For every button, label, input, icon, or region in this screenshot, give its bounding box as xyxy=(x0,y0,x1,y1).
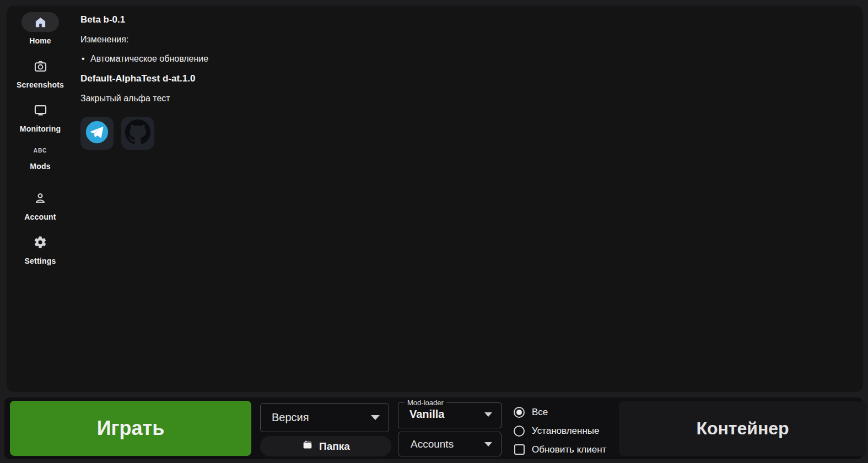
checkbox-update-client[interactable]: Обновить клиент xyxy=(514,444,606,455)
modloader-label: Mod-loader xyxy=(405,399,446,407)
home-icon-pill xyxy=(21,12,59,32)
version-dropdown-value: Версия xyxy=(272,411,309,424)
radio-installed-control[interactable] xyxy=(514,426,525,437)
sidebar-item-account[interactable]: Account xyxy=(7,188,74,225)
radio-installed[interactable]: Установленные xyxy=(514,425,606,437)
changelog: Beta b-0.1 Изменения: Автоматическое обн… xyxy=(80,14,632,150)
changelog-entry-title: Beta b-0.1 xyxy=(80,14,632,25)
sidebar-item-label: Screenshots xyxy=(17,80,64,89)
version-dropdown[interactable]: Версия xyxy=(260,403,389,432)
folder-icon xyxy=(301,439,314,454)
home-icon xyxy=(34,16,47,29)
camera-icon xyxy=(33,59,48,74)
bottom-bar: Играть Версия Папка Mod-loader Vanilla A… xyxy=(4,397,863,459)
radio-all[interactable]: Все xyxy=(514,406,606,418)
main-panel: Home Screenshots xyxy=(7,6,863,392)
social-buttons xyxy=(80,117,632,150)
radio-all-label: Все xyxy=(532,407,548,418)
sidebar: Home Screenshots xyxy=(7,6,74,392)
radio-all-control[interactable] xyxy=(514,407,525,418)
sidebar-item-screenshots[interactable]: Screenshots xyxy=(7,56,74,92)
accounts-dropdown[interactable]: Accounts xyxy=(398,432,502,456)
folder-button[interactable]: Папка xyxy=(260,436,391,456)
monitor-icon xyxy=(33,103,48,118)
telegram-icon xyxy=(85,120,109,146)
sidebar-item-settings[interactable]: Settings xyxy=(7,232,74,269)
sidebar-item-home[interactable]: Home xyxy=(7,12,74,48)
radio-installed-label: Установленные xyxy=(532,426,600,437)
chevron-down-icon xyxy=(484,412,492,417)
sidebar-item-label: Mods xyxy=(30,162,50,171)
chevron-down-icon xyxy=(484,442,492,446)
github-icon xyxy=(125,119,150,147)
container-button[interactable]: Контейнер xyxy=(619,401,866,456)
accounts-dropdown-value: Accounts xyxy=(411,438,454,450)
changelog-intro: Изменения: xyxy=(80,35,632,45)
sidebar-item-label: Settings xyxy=(25,257,56,265)
changelog-bullet: Автоматическое обновление xyxy=(80,54,632,64)
person-icon xyxy=(33,191,47,205)
filter-group: Все Установленные Обновить клиент xyxy=(514,406,606,455)
github-button[interactable] xyxy=(121,117,154,150)
checkbox-update-client-label: Обновить клиент xyxy=(532,444,606,455)
changelog-entry-title: Default-AlphaTest d-at.1.0 xyxy=(80,73,632,84)
sidebar-item-mods[interactable]: ABC Mods xyxy=(7,144,74,181)
abc-icon: ABC xyxy=(34,148,47,154)
modloader-dropdown[interactable]: Mod-loader Vanilla xyxy=(398,399,502,428)
telegram-button[interactable] xyxy=(80,117,114,150)
play-button[interactable]: Играть xyxy=(10,401,251,456)
sidebar-item-label: Account xyxy=(24,213,56,221)
sidebar-item-label: Home xyxy=(29,36,51,45)
chevron-down-icon xyxy=(371,415,380,420)
folder-button-label: Папка xyxy=(319,440,350,453)
sidebar-item-label: Monitoring xyxy=(20,124,61,133)
modloader-value: Vanilla xyxy=(409,408,444,421)
checkbox-update-client-control[interactable] xyxy=(514,444,525,455)
sidebar-item-monitoring[interactable]: Monitoring xyxy=(7,100,74,137)
changelog-description: Закрытый альфа тест xyxy=(80,94,632,104)
gear-icon xyxy=(33,235,47,249)
